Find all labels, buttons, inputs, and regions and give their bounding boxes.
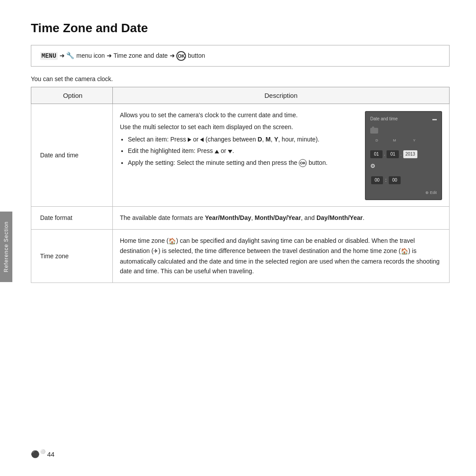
page-footer: ⚫ ⚪ 44 — [31, 450, 55, 458]
main-table: Option Description Date and time Allows … — [31, 87, 450, 283]
home-icon2: 🏠 — [401, 246, 408, 256]
icon-row-camera — [370, 128, 437, 134]
menu-path-end: button — [188, 52, 205, 59]
bullet-open: ⚪ — [40, 449, 45, 457]
field-hour: 00 — [371, 176, 383, 184]
col-header-description: Description — [113, 87, 450, 104]
screen-title-text: Date and time — [370, 115, 398, 123]
tri-down-icon — [228, 150, 232, 153]
tri-left-icon — [200, 138, 204, 142]
screen-title: Date and time ▬ — [370, 115, 437, 123]
label-y: Y — [406, 138, 422, 144]
menu-path-middle: menu icon ➜ Time zone and date ➜ — [76, 52, 176, 59]
table-row: Date and time Allows you to set the came… — [31, 104, 450, 207]
camera-screen: Date and time ▬ — [365, 111, 442, 200]
list-item: Select an item: Press or (changes betwee… — [128, 134, 359, 144]
format-dmy: Day/Month/Year — [316, 214, 363, 221]
plane-icon: ✈ — [153, 247, 158, 256]
desc-date-format: The available date formats are Year/Mont… — [113, 207, 450, 229]
icon-row-settings: ⚙ — [370, 162, 437, 171]
page-number: ⚫ ⚪ 44 — [31, 450, 55, 458]
label-d: D — [371, 138, 383, 144]
home-icon: 🏠 — [168, 236, 176, 246]
page-num-text: 44 — [47, 450, 55, 458]
intro-text: You can set the camera clock. — [31, 75, 450, 82]
bullet-icon: ⚫ ⚪ — [31, 450, 45, 458]
field-d-val: 01 — [370, 150, 383, 158]
list-item: Edit the highlighted item: Press or . — [128, 146, 359, 156]
table-row: Date format The available date formats a… — [31, 207, 450, 229]
ok-circle-icon: OK — [299, 159, 307, 167]
date-labels: D M Y — [371, 138, 422, 144]
field-y-val: 2013 — [403, 150, 417, 158]
bullet-filled: ⚫ — [31, 450, 40, 458]
date-fields: 01 . 01 . 2013 — [370, 150, 417, 158]
dot1: . — [384, 150, 385, 158]
option-date-time: Date and time — [31, 104, 113, 207]
table-row: Time zone Home time zone (🏠) can be spec… — [31, 229, 450, 283]
field-minute: 00 — [389, 176, 401, 184]
format-mdy: Month/Day/Year — [255, 214, 301, 221]
edit-label: ⊕ Edit — [425, 190, 437, 196]
dot-sep1 — [384, 138, 387, 144]
screen-icons: D M Y 01 . 01 — [370, 126, 437, 186]
desc-date-time: Allows you to set the camera's clock to … — [113, 104, 450, 207]
time-fields: 00 : 00 — [371, 176, 437, 184]
menu-path-arrow1: ➜ — [60, 52, 67, 59]
camera-icon — [370, 128, 378, 134]
field-m-val: 01 — [387, 150, 399, 158]
icon-row-date: D M Y 01 . 01 — [370, 138, 437, 158]
format-ymdd: Year/Month/Day — [205, 214, 251, 221]
settings-gear-icon: ⚙ — [370, 162, 376, 171]
label-m: M — [389, 138, 400, 144]
screen-bottom: ⊕ Edit — [370, 190, 437, 196]
dot-sep2 — [402, 138, 405, 144]
screen-battery-icon: ▬ — [432, 115, 437, 123]
desc-time-zone: Home time zone (🏠) can be specified and … — [113, 229, 450, 283]
desc-para1: Allows you to set the camera's clock to … — [120, 110, 359, 120]
tri-up-icon — [215, 150, 219, 153]
dot2: . — [400, 150, 402, 158]
tz-text: Home time zone (🏠) can be specified and … — [120, 237, 439, 275]
page-title: Time Zone and Date — [31, 21, 450, 35]
desc-list: Select an item: Press or (changes betwee… — [128, 134, 359, 167]
tri-right-icon — [188, 138, 191, 142]
option-time-zone: Time zone — [31, 229, 113, 283]
ok-button-path: OK — [176, 51, 186, 61]
desc-para2: Use the multi selector to set each item … — [120, 122, 359, 132]
menu-keyword: MENU — [40, 52, 58, 60]
menu-path-wrench: 🔧 — [66, 52, 74, 59]
time-colon: : — [385, 177, 387, 184]
menu-path-box: MENU ➜ 🔧 menu icon ➜ Time zone and date … — [31, 45, 450, 67]
list-item: Apply the setting: Select the minute set… — [128, 158, 359, 167]
option-date-format: Date format — [31, 207, 113, 229]
date-time-text: Allows you to set the camera's clock to … — [120, 110, 359, 169]
col-header-option: Option — [31, 87, 113, 104]
